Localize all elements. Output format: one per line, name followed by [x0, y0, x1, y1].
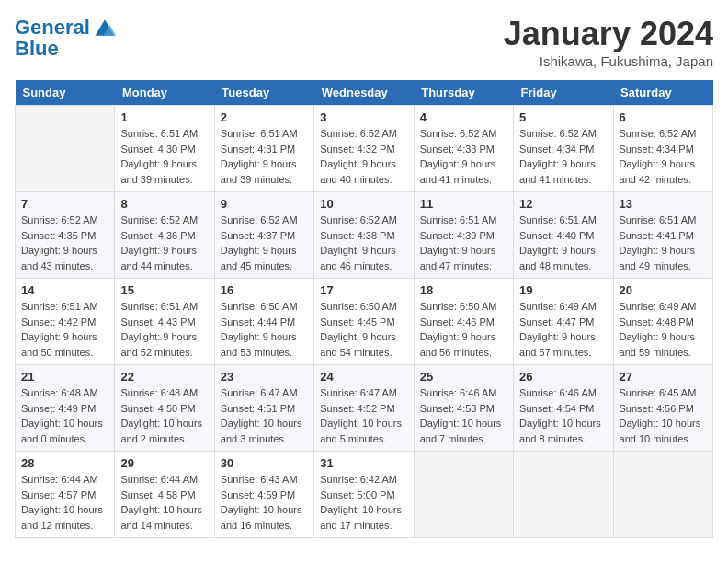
calendar-cell: 4Sunrise: 6:52 AMSunset: 4:33 PMDaylight…: [414, 106, 513, 192]
location-subtitle: Ishikawa, Fukushima, Japan: [504, 53, 713, 69]
logo-icon: [92, 15, 118, 40]
col-header-monday: Monday: [115, 80, 214, 106]
day-number: 5: [519, 110, 607, 124]
calendar-week-5: 28Sunrise: 6:44 AMSunset: 4:57 PMDayligh…: [16, 452, 713, 538]
day-info: Sunrise: 6:45 AMSunset: 4:56 PMDaylight:…: [620, 385, 707, 446]
day-info: Sunrise: 6:52 AMSunset: 4:32 PMDaylight:…: [320, 126, 407, 187]
day-number: 26: [519, 370, 607, 384]
day-number: 30: [221, 456, 308, 470]
day-info: Sunrise: 6:51 AMSunset: 4:43 PMDaylight:…: [120, 299, 208, 360]
day-info: Sunrise: 6:44 AMSunset: 4:58 PMDaylight:…: [120, 472, 208, 533]
calendar-cell: [613, 452, 712, 538]
day-info: Sunrise: 6:42 AMSunset: 5:00 PMDaylight:…: [320, 472, 407, 533]
day-info: Sunrise: 6:49 AMSunset: 4:47 PMDaylight:…: [519, 299, 607, 360]
day-number: 17: [320, 283, 407, 297]
day-info: Sunrise: 6:51 AMSunset: 4:40 PMDaylight:…: [519, 213, 607, 273]
day-info: Sunrise: 6:50 AMSunset: 4:45 PMDaylight:…: [320, 299, 407, 360]
calendar-cell: 17Sunrise: 6:50 AMSunset: 4:45 PMDayligh…: [314, 279, 414, 365]
day-number: 14: [21, 283, 108, 297]
logo: General Blue: [15, 15, 118, 61]
page-header: General Blue January 2024 Ishikawa, Fuku…: [15, 15, 713, 69]
calendar-cell: 7Sunrise: 6:52 AMSunset: 4:35 PMDaylight…: [16, 192, 115, 279]
col-header-tuesday: Tuesday: [214, 80, 313, 106]
calendar-week-3: 14Sunrise: 6:51 AMSunset: 4:42 PMDayligh…: [16, 279, 713, 365]
day-info: Sunrise: 6:51 AMSunset: 4:30 PMDaylight:…: [120, 126, 208, 187]
calendar-cell: 1Sunrise: 6:51 AMSunset: 4:30 PMDaylight…: [115, 106, 214, 192]
calendar-header-row: SundayMondayTuesdayWednesdayThursdayFrid…: [16, 80, 713, 106]
day-number: 20: [620, 283, 707, 297]
day-info: Sunrise: 6:52 AMSunset: 4:35 PMDaylight:…: [21, 213, 108, 273]
day-info: Sunrise: 6:52 AMSunset: 4:36 PMDaylight:…: [120, 213, 208, 273]
col-header-friday: Friday: [514, 80, 613, 106]
day-number: 22: [120, 370, 208, 384]
calendar-cell: 13Sunrise: 6:51 AMSunset: 4:41 PMDayligh…: [613, 192, 712, 279]
calendar-week-2: 7Sunrise: 6:52 AMSunset: 4:35 PMDaylight…: [16, 192, 713, 279]
calendar-cell: 31Sunrise: 6:42 AMSunset: 5:00 PMDayligh…: [314, 452, 414, 538]
day-info: Sunrise: 6:51 AMSunset: 4:42 PMDaylight:…: [21, 299, 108, 360]
calendar-week-1: 1Sunrise: 6:51 AMSunset: 4:30 PMDaylight…: [16, 106, 713, 192]
day-number: 29: [120, 456, 208, 470]
day-number: 27: [620, 370, 707, 384]
day-info: Sunrise: 6:46 AMSunset: 4:53 PMDaylight:…: [420, 385, 507, 446]
calendar-cell: 9Sunrise: 6:52 AMSunset: 4:37 PMDaylight…: [214, 192, 313, 279]
calendar-cell: 20Sunrise: 6:49 AMSunset: 4:48 PMDayligh…: [613, 279, 712, 365]
day-number: 19: [519, 283, 607, 297]
day-number: 15: [120, 283, 208, 297]
col-header-sunday: Sunday: [16, 80, 115, 106]
calendar-table: SundayMondayTuesdayWednesdayThursdayFrid…: [15, 80, 713, 538]
day-info: Sunrise: 6:47 AMSunset: 4:51 PMDaylight:…: [221, 385, 308, 446]
day-number: 18: [420, 283, 507, 297]
calendar-cell: 27Sunrise: 6:45 AMSunset: 4:56 PMDayligh…: [613, 365, 712, 452]
day-info: Sunrise: 6:48 AMSunset: 4:50 PMDaylight:…: [120, 385, 208, 446]
day-number: 31: [320, 456, 407, 470]
day-info: Sunrise: 6:51 AMSunset: 4:41 PMDaylight:…: [620, 213, 707, 273]
col-header-wednesday: Wednesday: [314, 80, 414, 106]
calendar-cell: 14Sunrise: 6:51 AMSunset: 4:42 PMDayligh…: [16, 279, 115, 365]
day-info: Sunrise: 6:52 AMSunset: 4:33 PMDaylight:…: [420, 126, 507, 187]
day-info: Sunrise: 6:52 AMSunset: 4:37 PMDaylight:…: [221, 213, 308, 273]
day-number: 3: [320, 110, 407, 124]
title-block: January 2024 Ishikawa, Fukushima, Japan: [504, 15, 713, 69]
day-info: Sunrise: 6:49 AMSunset: 4:48 PMDaylight:…: [620, 299, 707, 360]
calendar-cell: 5Sunrise: 6:52 AMSunset: 4:34 PMDaylight…: [514, 106, 613, 192]
col-header-thursday: Thursday: [414, 80, 513, 106]
day-number: 4: [420, 110, 507, 124]
day-number: 10: [320, 197, 407, 211]
calendar-week-4: 21Sunrise: 6:48 AMSunset: 4:49 PMDayligh…: [16, 365, 713, 452]
calendar-cell: 10Sunrise: 6:52 AMSunset: 4:38 PMDayligh…: [314, 192, 414, 279]
calendar-cell: 18Sunrise: 6:50 AMSunset: 4:46 PMDayligh…: [414, 279, 513, 365]
day-number: 21: [21, 370, 108, 384]
calendar-cell: 30Sunrise: 6:43 AMSunset: 4:59 PMDayligh…: [214, 452, 313, 538]
day-info: Sunrise: 6:51 AMSunset: 4:39 PMDaylight:…: [420, 213, 507, 273]
calendar-cell: 19Sunrise: 6:49 AMSunset: 4:47 PMDayligh…: [514, 279, 613, 365]
day-number: 9: [221, 197, 308, 211]
calendar-cell: 26Sunrise: 6:46 AMSunset: 4:54 PMDayligh…: [514, 365, 613, 452]
day-info: Sunrise: 6:52 AMSunset: 4:34 PMDaylight:…: [519, 126, 607, 187]
calendar-cell: 28Sunrise: 6:44 AMSunset: 4:57 PMDayligh…: [16, 452, 115, 538]
day-info: Sunrise: 6:48 AMSunset: 4:49 PMDaylight:…: [21, 385, 108, 446]
calendar-cell: [514, 452, 613, 538]
col-header-saturday: Saturday: [613, 80, 712, 106]
calendar-cell: 3Sunrise: 6:52 AMSunset: 4:32 PMDaylight…: [314, 106, 414, 192]
calendar-cell: 16Sunrise: 6:50 AMSunset: 4:44 PMDayligh…: [214, 279, 313, 365]
day-info: Sunrise: 6:43 AMSunset: 4:59 PMDaylight:…: [221, 472, 308, 533]
calendar-cell: 21Sunrise: 6:48 AMSunset: 4:49 PMDayligh…: [16, 365, 115, 452]
day-number: 12: [519, 197, 607, 211]
day-number: 6: [620, 110, 707, 124]
day-info: Sunrise: 6:44 AMSunset: 4:57 PMDaylight:…: [21, 472, 108, 533]
calendar-cell: 2Sunrise: 6:51 AMSunset: 4:31 PMDaylight…: [214, 106, 313, 192]
calendar-cell: 25Sunrise: 6:46 AMSunset: 4:53 PMDayligh…: [414, 365, 513, 452]
calendar-cell: 24Sunrise: 6:47 AMSunset: 4:52 PMDayligh…: [314, 365, 414, 452]
calendar-cell: 6Sunrise: 6:52 AMSunset: 4:34 PMDaylight…: [613, 106, 712, 192]
day-number: 23: [221, 370, 308, 384]
day-number: 25: [420, 370, 507, 384]
calendar-cell: 22Sunrise: 6:48 AMSunset: 4:50 PMDayligh…: [115, 365, 214, 452]
day-number: 1: [120, 110, 208, 124]
day-number: 28: [21, 456, 108, 470]
day-info: Sunrise: 6:50 AMSunset: 4:44 PMDaylight:…: [221, 299, 308, 360]
day-number: 24: [320, 370, 407, 384]
day-number: 2: [221, 110, 308, 124]
calendar-cell: 11Sunrise: 6:51 AMSunset: 4:39 PMDayligh…: [414, 192, 513, 279]
day-number: 7: [21, 197, 108, 211]
day-info: Sunrise: 6:47 AMSunset: 4:52 PMDaylight:…: [320, 385, 407, 446]
